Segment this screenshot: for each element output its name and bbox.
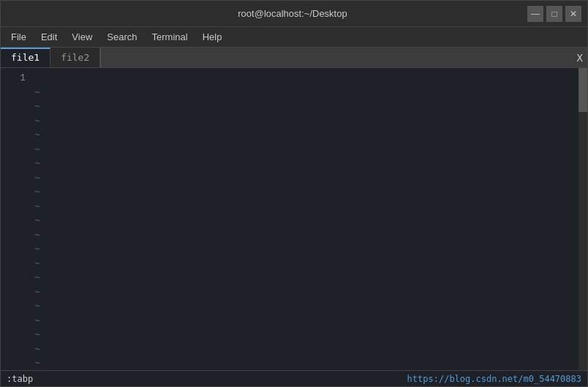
tilde-line: ~	[34, 171, 574, 186]
menu-file[interactable]: File	[4, 29, 34, 45]
menu-terminal[interactable]: Terminal	[145, 29, 195, 45]
tilde-line: ~	[34, 214, 574, 228]
tilde-line: ~	[34, 185, 574, 200]
tilde-line: ~	[34, 157, 574, 171]
scrollbar-thumb[interactable]	[578, 68, 587, 112]
tilde-line: ~	[34, 143, 574, 157]
menu-view[interactable]: View	[64, 29, 99, 45]
tilde-line: ~	[34, 228, 574, 243]
search-input[interactable]	[101, 50, 572, 66]
tilde-line: ~	[34, 271, 574, 285]
tilde-line: ~	[34, 342, 574, 357]
title-bar: root@localhost:~/Desktop — □ ✕	[1, 1, 587, 27]
maximize-button[interactable]: □	[546, 6, 562, 22]
status-url: https://blog.csdn.net/m0_54470883	[407, 374, 581, 384]
tab-bar-row: file1 file2 X	[1, 48, 587, 68]
search-close-button[interactable]: X	[573, 50, 587, 65]
line-number-1: 1	[1, 71, 26, 86]
tilde-line: ~	[34, 299, 574, 314]
tilde-line: ~	[34, 257, 574, 271]
editor-content[interactable]: ~ ~ ~ ~ ~ ~ ~ ~ ~ ~ ~ ~ ~ ~ ~ ~ ~ ~ ~ ~	[30, 68, 578, 370]
tilde-line: ~	[34, 314, 574, 328]
search-area: X	[100, 48, 587, 67]
line-numbers: 1	[1, 68, 30, 370]
menu-help[interactable]: Help	[195, 29, 230, 45]
tilde-line: ~	[34, 242, 574, 257]
menu-search[interactable]: Search	[99, 29, 144, 45]
tab-file1[interactable]: file1	[1, 48, 50, 67]
tilde-line: ~	[34, 99, 574, 114]
window-title: root@localhost:~/Desktop	[58, 8, 527, 19]
tilde-line: ~	[34, 128, 574, 143]
tilde-line: ~	[34, 200, 574, 214]
minimize-button[interactable]: —	[527, 6, 543, 22]
menu-bar: File Edit View Search Terminal Help	[1, 27, 587, 48]
tilde-line: ~	[34, 285, 574, 300]
tilde-line: ~	[34, 328, 574, 342]
editor-area: 1 ~ ~ ~ ~ ~ ~ ~ ~ ~ ~ ~ ~ ~ ~ ~ ~ ~ ~ ~ …	[1, 68, 587, 370]
tilde-line: ~	[34, 114, 574, 129]
window-controls: — □ ✕	[527, 6, 581, 22]
status-bar: :tabp https://blog.csdn.net/m0_54470883	[1, 370, 587, 386]
tab-file2[interactable]: file2	[50, 48, 100, 67]
status-command: :tabp	[7, 374, 33, 384]
menu-edit[interactable]: Edit	[34, 29, 64, 45]
tilde-line: ~	[34, 86, 574, 100]
terminal-window: root@localhost:~/Desktop — □ ✕ File Edit…	[0, 0, 588, 387]
scrollbar[interactable]	[578, 68, 587, 370]
close-button[interactable]: ✕	[565, 6, 581, 22]
tilde-line: ~	[34, 356, 574, 370]
